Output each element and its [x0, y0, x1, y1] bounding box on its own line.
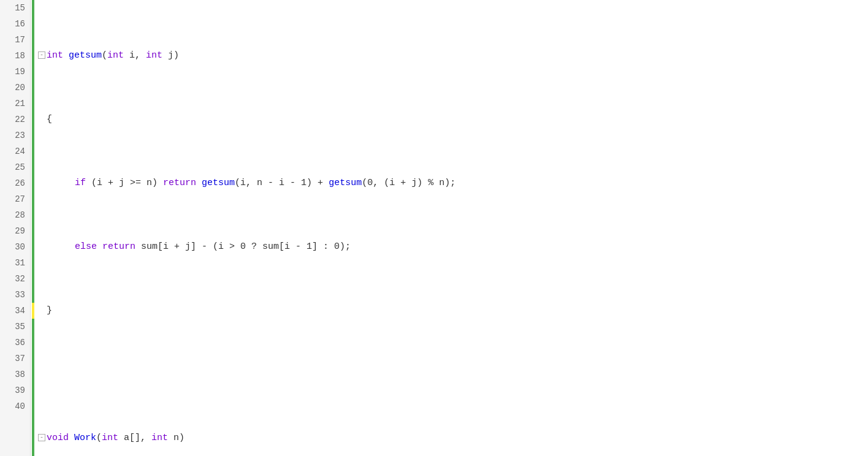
line-16: { — [38, 112, 868, 127]
line-numbers: 15 16 17 18 19 20 21 22 23 24 25 26 27 2… — [0, 0, 31, 456]
fold-icon-15[interactable]: - — [38, 51, 45, 59]
code-content[interactable]: -int getsum(int i, int j) { if (i + j >=… — [36, 0, 868, 456]
line-21: -void Work(int a[], int n) — [38, 430, 868, 446]
gutter — [31, 0, 36, 456]
fold-icon-21[interactable]: - — [38, 434, 45, 441]
line-19: } — [38, 303, 868, 319]
line-18: else return sum[i + j] - (i > 0 ? sum[i … — [38, 239, 868, 255]
line-20 — [38, 367, 868, 382]
code-editor: 15 16 17 18 19 20 21 22 23 24 25 26 27 2… — [0, 0, 868, 456]
line-17: if (i + j >= n) return getsum(i, n - i -… — [38, 175, 868, 191]
line-15: -int getsum(int i, int j) — [38, 48, 868, 64]
